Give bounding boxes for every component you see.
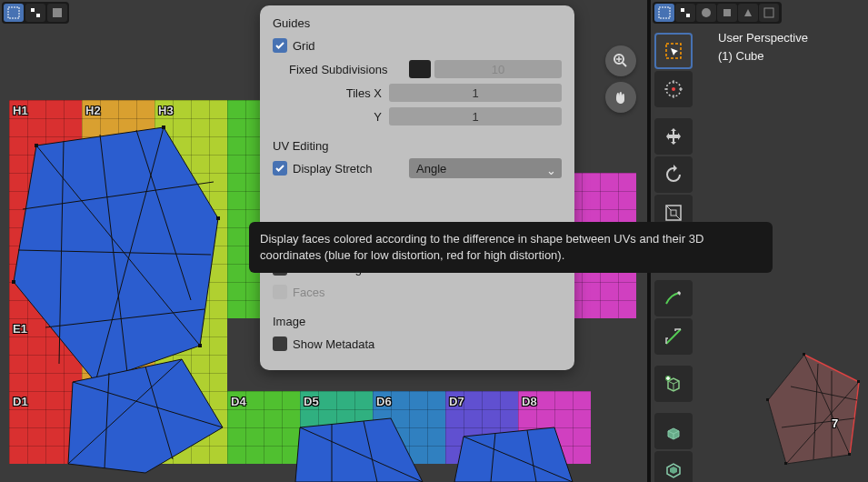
svg-rect-68	[784, 462, 787, 465]
inset-tool[interactable]	[654, 451, 693, 482]
uv-editor-area: H1 H2 H3 E1 D1 D2 D3 D4 D5 D6 D7 D8	[0, 0, 647, 482]
svg-rect-65	[803, 353, 805, 356]
cursor-tool[interactable]	[654, 71, 693, 107]
v3-mode-4[interactable]	[717, 4, 737, 22]
svg-rect-67	[848, 453, 851, 456]
svg-marker-56	[768, 355, 859, 464]
svg-rect-40	[723, 9, 731, 16]
show-metadata-checkbox[interactable]	[273, 336, 287, 351]
extrude-tool[interactable]	[654, 413, 693, 449]
guides-title: Guides	[273, 16, 562, 30]
svg-text:7: 7	[832, 417, 838, 430]
tiles-x-label: Tiles X	[273, 86, 389, 100]
svg-rect-50	[671, 210, 676, 216]
svg-rect-14	[162, 126, 165, 129]
rotate-tool[interactable]	[654, 156, 693, 193]
uv-header-display-modes	[2, 2, 69, 24]
display-mode-3[interactable]	[47, 4, 67, 22]
svg-marker-24	[295, 418, 423, 482]
zoom-button[interactable]	[605, 45, 636, 76]
svg-marker-28	[454, 427, 573, 482]
svg-rect-13	[35, 144, 38, 147]
image-title: Image	[273, 315, 562, 328]
3d-mesh-preview: 7	[741, 300, 868, 482]
fixed-subdiv-toggle[interactable]	[409, 60, 431, 78]
fixed-subdiv-value[interactable]: 10	[434, 60, 562, 78]
svg-rect-66	[857, 380, 860, 383]
perspective-label: User Perspective	[718, 29, 808, 47]
svg-marker-4	[14, 127, 218, 382]
tiles-y-label: Y	[273, 110, 389, 124]
display-mode-1[interactable]	[4, 4, 24, 22]
chevron-down-icon: ⌄	[546, 164, 556, 177]
svg-rect-41	[764, 8, 773, 17]
overlay-panel: Guides Grid Fixed Subdivisions 10 Tiles …	[260, 5, 574, 370]
v3-mode-6[interactable]	[759, 4, 779, 22]
svg-rect-18	[12, 280, 15, 284]
tiles-y-value[interactable]: 1	[389, 107, 562, 126]
svg-rect-1	[31, 8, 35, 12]
add-cube-tool[interactable]	[654, 366, 693, 402]
svg-rect-36	[659, 7, 670, 18]
v3-mode-5[interactable]	[738, 4, 758, 22]
annotate-tool[interactable]	[654, 280, 693, 316]
measure-tool[interactable]	[654, 318, 693, 355]
svg-rect-3	[53, 8, 62, 17]
display-stretch-tooltip: Display faces colored according to the d…	[249, 222, 773, 273]
svg-line-33	[623, 63, 626, 66]
svg-point-39	[702, 8, 711, 17]
faces-checkbox	[273, 285, 287, 299]
svg-rect-16	[198, 344, 202, 347]
uv-editing-title: UV Editing	[273, 139, 562, 153]
tiles-x-value[interactable]: 1	[389, 84, 562, 102]
stretch-type-dropdown[interactable]: Angle ⌄	[409, 158, 562, 178]
svg-rect-2	[36, 14, 40, 17]
display-stretch-label: Display Stretch	[293, 162, 372, 176]
uv-editing-section: UV Editing Display Stretch Angle ⌄ Outli…	[273, 139, 562, 302]
guides-section: Guides Grid Fixed Subdivisions 10 Tiles …	[273, 16, 562, 126]
v3-mode-2[interactable]	[675, 4, 695, 22]
move-tool[interactable]	[654, 118, 693, 155]
select-tool[interactable]	[654, 33, 693, 69]
v3-mode-3[interactable]	[696, 4, 716, 22]
3d-header-display-modes	[653, 2, 782, 24]
svg-point-44	[672, 87, 675, 91]
viewport-info: User Perspective (1) Cube	[718, 29, 808, 65]
display-mode-2[interactable]	[25, 4, 45, 22]
svg-rect-69	[766, 398, 769, 401]
object-label: (1) Cube	[718, 47, 808, 65]
svg-rect-37	[681, 8, 684, 12]
image-section: Image Show Metadata	[273, 315, 562, 354]
v3-mode-1[interactable]	[654, 4, 674, 22]
pan-button[interactable]	[605, 82, 636, 113]
grid-label: Grid	[293, 39, 315, 53]
fixed-subdiv-label: Fixed Subdivisions	[273, 63, 409, 76]
display-stretch-checkbox[interactable]	[273, 161, 287, 176]
svg-rect-0	[8, 7, 19, 18]
grid-checkbox[interactable]	[273, 38, 287, 53]
svg-rect-38	[686, 14, 690, 17]
show-metadata-label: Show Metadata	[293, 337, 374, 351]
faces-label: Faces	[293, 286, 324, 299]
svg-rect-15	[216, 216, 220, 220]
